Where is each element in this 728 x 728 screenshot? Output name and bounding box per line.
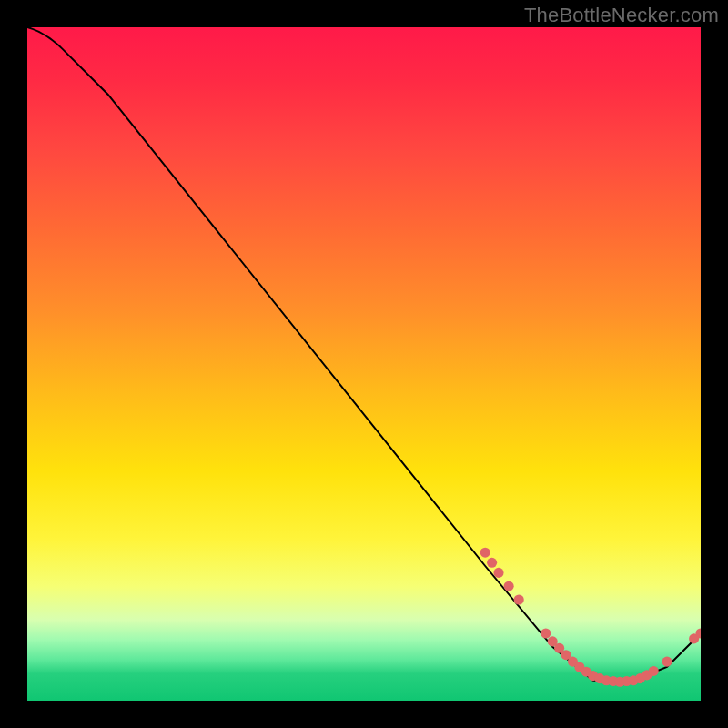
data-marker bbox=[514, 594, 524, 604]
data-marker bbox=[662, 657, 672, 667]
data-marker bbox=[487, 558, 497, 568]
data-marker bbox=[541, 628, 551, 638]
curve-layer bbox=[27, 27, 701, 701]
bottleneck-curve bbox=[27, 27, 701, 681]
plot-area bbox=[27, 27, 701, 701]
data-markers bbox=[480, 548, 701, 687]
watermark-text: TheBottleNecker.com bbox=[524, 4, 719, 27]
data-marker bbox=[480, 548, 490, 558]
data-marker bbox=[504, 581, 514, 592]
data-marker bbox=[649, 666, 659, 676]
data-marker bbox=[493, 568, 503, 578]
chart-container: TheBottleNecker.com bbox=[0, 0, 728, 728]
